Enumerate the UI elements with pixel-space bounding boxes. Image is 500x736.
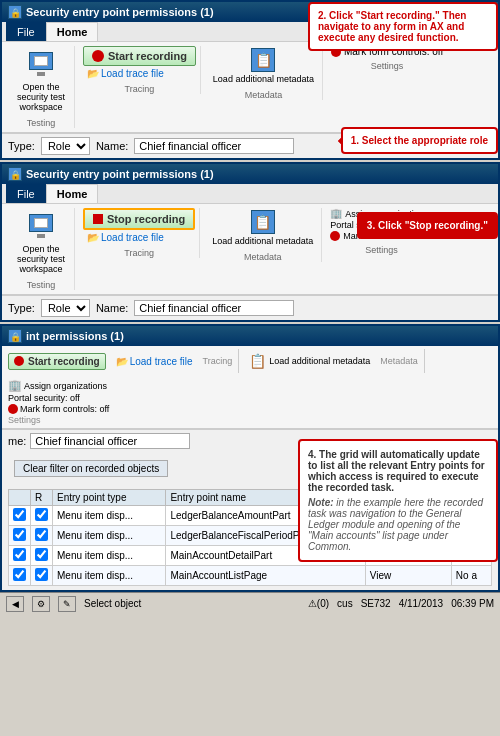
panel-2-title: Security entry point permissions (1) bbox=[26, 168, 214, 180]
panel-1-open-security-btn[interactable]: Open the security test workspace bbox=[12, 46, 70, 114]
step4-title: 4. The grid will automatically update to… bbox=[308, 449, 488, 493]
row-checkbox-cell[interactable] bbox=[9, 566, 31, 586]
open-security-label: Open the security test workspace bbox=[16, 82, 66, 112]
clear-filter-btn[interactable]: Clear filter on recorded objects bbox=[14, 460, 168, 477]
name-input-2[interactable] bbox=[134, 300, 294, 316]
row-flag-cell bbox=[31, 546, 53, 566]
load-trace-btn-3[interactable]: 📂 Load trace file bbox=[112, 355, 197, 368]
panel-2-titlebar: 🔒 Security entry point permissions (1) bbox=[2, 164, 498, 184]
callout1-arrow bbox=[333, 136, 343, 146]
settings-group-3: 🏢 Assign organizations Portal security: … bbox=[8, 379, 109, 425]
type-label: Type: bbox=[8, 140, 35, 152]
panel-3-title: int permissions (1) bbox=[26, 330, 124, 342]
stop-recording-btn[interactable]: Stop recording bbox=[83, 208, 195, 230]
panel-1-file-tab[interactable]: File bbox=[6, 22, 46, 41]
row-checkbox-cell[interactable] bbox=[9, 546, 31, 566]
access-level-cell: View bbox=[365, 566, 451, 586]
col-r2: R bbox=[31, 490, 53, 506]
panel-2-metadata-group: 📋 Load additional metadata Metadata bbox=[204, 208, 322, 262]
type-label-2: Type: bbox=[8, 302, 35, 314]
panel-3-titlebar: 🔒 int permissions (1) bbox=[2, 326, 498, 346]
back-btn[interactable]: ◀ bbox=[6, 596, 24, 612]
panel-1-win-icon: 🔒 bbox=[8, 5, 22, 19]
metadata-group-label-2: Metadata bbox=[244, 252, 282, 262]
panel-2: 🔒 Security entry point permissions (1) F… bbox=[0, 162, 500, 322]
start-recording-label: Start recording bbox=[108, 50, 187, 62]
row-flag[interactable] bbox=[35, 528, 48, 541]
start-recording-btn[interactable]: Start recording bbox=[83, 46, 196, 66]
load-trace-icon: 📂 bbox=[87, 68, 99, 79]
row-flag-cell bbox=[31, 526, 53, 546]
divider-1 bbox=[238, 349, 239, 373]
company-indicator: SE732 bbox=[361, 598, 391, 609]
panel-2-file-tab[interactable]: File bbox=[6, 184, 46, 203]
tracing-label-3: Tracing bbox=[203, 356, 233, 366]
panel-1-title: Security entry point permissions (1) bbox=[26, 6, 214, 18]
name-label: Name: bbox=[96, 140, 128, 152]
panel-1: 🔒 Security entry point permissions (1) F… bbox=[0, 0, 500, 160]
testing-group-label-2: Testing bbox=[27, 280, 56, 290]
panel-3-toolbar: Start recording 📂 Load trace file Tracin… bbox=[2, 346, 498, 429]
open-security-icon-2 bbox=[25, 210, 57, 242]
row-flag-cell bbox=[31, 506, 53, 526]
row-flag[interactable] bbox=[35, 548, 48, 561]
load-trace-icon-3: 📂 bbox=[116, 356, 128, 367]
row-checkbox[interactable] bbox=[13, 548, 26, 561]
row-flag[interactable] bbox=[35, 568, 48, 581]
step3-callout: 3. Click "Stop recording." bbox=[357, 212, 498, 239]
portal-security-row-3: Portal security: off bbox=[8, 393, 109, 403]
note-text: in the example here the recorded task wa… bbox=[308, 497, 483, 552]
row-checkbox[interactable] bbox=[13, 528, 26, 541]
row-checkbox[interactable] bbox=[13, 508, 26, 521]
entry-point-type-cell: Menu item disp... bbox=[53, 506, 166, 526]
row-checkbox-cell[interactable] bbox=[9, 526, 31, 546]
panel-2-win-icon: 🔒 bbox=[8, 167, 22, 181]
step4-note: Note: in the example here the recorded t… bbox=[308, 497, 488, 552]
load-meta-btn-3[interactable]: 📋 Load additional metadata bbox=[245, 351, 374, 371]
open-security-label-2: Open the security test workspace bbox=[16, 244, 66, 274]
start-recording-btn-3[interactable]: Start recording bbox=[8, 353, 106, 370]
entry-point-type-cell: Menu item disp... bbox=[53, 546, 166, 566]
name-input[interactable] bbox=[134, 138, 294, 154]
panel-2-open-security-btn[interactable]: Open the security test workspace bbox=[12, 208, 70, 276]
user-indicator: cus bbox=[337, 598, 353, 609]
name-label-3: me: bbox=[8, 435, 26, 447]
entry-point-name-cell: MainAccountListPage bbox=[166, 566, 365, 586]
settings-group-label: Settings bbox=[371, 61, 404, 71]
name-input-3[interactable] bbox=[30, 433, 190, 449]
tracing-group-label: Tracing bbox=[125, 84, 155, 94]
panel-2-home-tab[interactable]: Home bbox=[46, 184, 99, 203]
load-trace-icon-2: 📂 bbox=[87, 232, 99, 243]
load-additional-metadata-btn-2[interactable]: 📋 Load additional metadata bbox=[208, 208, 317, 248]
row-flag[interactable] bbox=[35, 508, 48, 521]
panel-1-ribbon-content: Open the security test workspace Testing… bbox=[2, 42, 498, 132]
load-additional-metadata-btn[interactable]: 📋 Load additional metadata bbox=[209, 46, 318, 86]
red-circle-3 bbox=[8, 404, 18, 414]
col-entry-point-type: Entry point type bbox=[53, 490, 166, 506]
panel-1-tracing-group: Start recording 📂 Load trace file Tracin… bbox=[79, 46, 201, 94]
load-trace-file-btn-2[interactable]: 📂 Load trace file bbox=[83, 231, 195, 244]
settings-label-3: Settings bbox=[8, 415, 109, 425]
row-flag-cell bbox=[31, 566, 53, 586]
row-checkbox-cell[interactable] bbox=[9, 506, 31, 526]
load-trace-file-btn[interactable]: 📂 Load trace file bbox=[83, 67, 196, 80]
panel-1-testing-group: Open the security test workspace Testing bbox=[8, 46, 75, 128]
step1-callout: 1. Select the appropriate role bbox=[341, 127, 498, 154]
tracing-group-label-2: Tracing bbox=[124, 248, 154, 258]
type-select[interactable]: Role bbox=[41, 137, 90, 155]
red-circle-icon-2 bbox=[330, 231, 340, 241]
panel-2-tracing-group: Stop recording 📂 Load trace file Tracing bbox=[79, 208, 200, 258]
row-checkbox[interactable] bbox=[13, 568, 26, 581]
settings-group-label-2: Settings bbox=[365, 245, 398, 255]
panel-3-win-icon: 🔒 bbox=[8, 329, 22, 343]
step4-callout: 4. The grid will automatically update to… bbox=[298, 439, 498, 562]
sys-cell: No a bbox=[451, 566, 491, 586]
panel-3: 🔒 int permissions (1) Start recording 📂 … bbox=[0, 324, 500, 592]
settings-btn[interactable]: ⚙ bbox=[32, 596, 50, 612]
panel-1-home-tab[interactable]: Home bbox=[46, 22, 99, 41]
metadata-icon: 📋 bbox=[251, 48, 275, 72]
meta-icon-3: 📋 bbox=[249, 353, 266, 369]
type-select-2[interactable]: Role bbox=[41, 299, 90, 317]
edit-btn[interactable]: ✎ bbox=[58, 596, 76, 612]
org-icon-3: 🏢 bbox=[8, 379, 22, 392]
